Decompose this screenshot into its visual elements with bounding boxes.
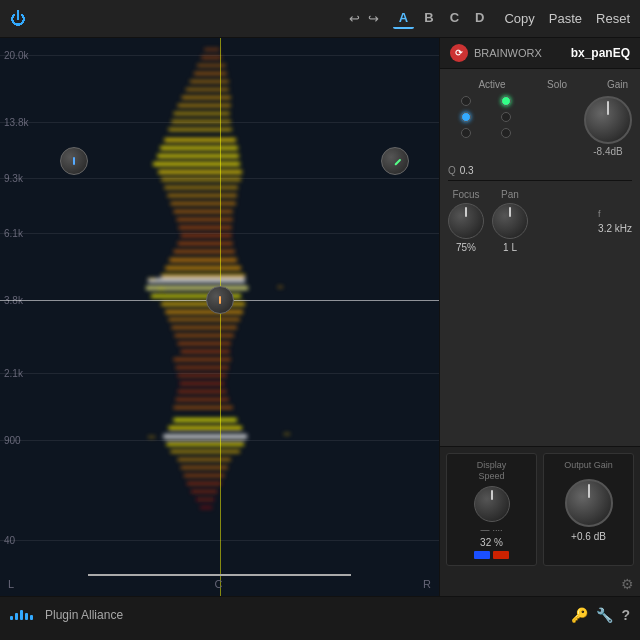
eq-band-highfreq-knob[interactable] <box>60 147 88 175</box>
svg-rect-13 <box>157 154 239 158</box>
display-speed-box: DisplaySpeed — ···· 32 % <box>446 453 537 566</box>
output-gain-knob[interactable] <box>565 479 613 527</box>
pan-label: Pan <box>501 189 519 200</box>
focus-value: 75% <box>456 242 476 253</box>
svg-rect-26 <box>181 234 232 237</box>
gain-value: -8.4dB <box>593 146 622 157</box>
svg-rect-41 <box>163 434 247 439</box>
svg-rect-56 <box>196 498 214 501</box>
svg-rect-11 <box>164 138 235 142</box>
svg-rect-59 <box>278 286 283 288</box>
brand-logo: ⟳ <box>450 44 468 62</box>
logo-bar-1 <box>10 616 13 620</box>
preset-tab-b[interactable]: B <box>418 8 439 29</box>
band1-solo-led[interactable] <box>501 96 511 106</box>
help-icon[interactable]: ? <box>621 607 630 623</box>
svg-rect-61 <box>284 433 290 435</box>
svg-rect-14 <box>153 162 240 166</box>
bottom-bar: Plugin Alliance 🔑 🔧 ? <box>0 596 640 632</box>
svg-rect-20 <box>164 186 238 189</box>
svg-rect-49 <box>176 398 229 401</box>
svg-rect-19 <box>161 178 241 181</box>
power-button[interactable]: ⏻ <box>10 10 26 28</box>
band3-active-led[interactable] <box>461 128 471 138</box>
svg-rect-10 <box>168 128 231 131</box>
speed-indicator-red <box>493 551 509 559</box>
band2-active-led[interactable] <box>461 112 471 122</box>
svg-rect-18 <box>158 170 242 174</box>
freq-value: 3.2 kHz <box>598 223 632 234</box>
axis-label-center: C <box>215 578 223 590</box>
svg-rect-52 <box>181 466 228 469</box>
svg-rect-39 <box>174 418 237 422</box>
bottom-axis: L C R <box>0 578 439 590</box>
band3-solo-led[interactable] <box>501 128 511 138</box>
svg-rect-47 <box>180 382 225 385</box>
svg-rect-25 <box>179 226 232 229</box>
svg-rect-54 <box>187 482 222 485</box>
svg-rect-36 <box>175 334 234 337</box>
plugin-name: bx_panEQ <box>571 46 630 60</box>
svg-rect-29 <box>169 258 236 262</box>
logo-bar-4 <box>25 613 28 620</box>
svg-rect-12 <box>160 146 238 150</box>
company-name: Plugin Alliance <box>45 608 123 622</box>
svg-rect-22 <box>170 202 235 205</box>
svg-rect-44 <box>174 358 231 361</box>
preset-tab-d[interactable]: D <box>469 8 490 29</box>
eq-display: 20.0k 13.8k 9.3k 6.1k 3.8k 2.1k 900 40 <box>0 38 440 596</box>
eq-band-highfreq-right-knob[interactable] <box>381 147 409 175</box>
preset-tabs: A B C D <box>393 8 491 29</box>
svg-rect-40 <box>168 426 242 430</box>
output-gain-value: +0.6 dB <box>571 531 606 542</box>
svg-rect-7 <box>178 104 231 107</box>
paste-button[interactable]: Paste <box>549 11 582 26</box>
svg-rect-60 <box>148 278 156 280</box>
header-active: Active <box>452 79 532 90</box>
svg-rect-9 <box>172 120 231 123</box>
top-bar: ⏻ ↩ ↪ A B C D Copy Paste Reset <box>0 0 640 38</box>
display-speed-value: 32 % <box>480 537 503 548</box>
tool-icon[interactable]: 🔧 <box>596 607 613 623</box>
band1-active-led[interactable] <box>461 96 471 106</box>
settings-icon[interactable]: ⚙ <box>621 576 634 592</box>
preset-tab-c[interactable]: C <box>444 8 465 29</box>
right-panel: ⟳ BRAINWORX bx_panEQ Active Solo Gain <box>440 38 640 596</box>
speed-slow-label: — <box>480 525 489 535</box>
focus-group: Focus 75% <box>448 189 484 253</box>
display-speed-knob[interactable] <box>474 486 510 522</box>
svg-rect-57 <box>200 506 212 509</box>
eq-band-mid-knob[interactable] <box>206 286 234 314</box>
eq-controls: Active Solo Gain <box>440 69 640 446</box>
brand-name: BRAINWORX <box>474 47 542 59</box>
svg-rect-43 <box>170 450 239 453</box>
speed-indicator-blue <box>474 551 490 559</box>
lower-panel: DisplaySpeed — ···· 32 % Output Gain +0.… <box>440 446 640 572</box>
focus-knob[interactable] <box>448 203 484 239</box>
copy-button[interactable]: Copy <box>504 11 534 26</box>
preset-tab-a[interactable]: A <box>393 8 414 29</box>
freq-label-right: f <box>598 209 632 219</box>
svg-rect-24 <box>177 218 233 221</box>
header-gain: Gain <box>607 79 628 90</box>
key-icon[interactable]: 🔑 <box>571 607 588 623</box>
gain-knob[interactable] <box>584 96 632 144</box>
undo-button[interactable]: ↩ <box>349 11 360 26</box>
logo-bar-2 <box>15 613 18 620</box>
svg-rect-0 <box>204 48 219 51</box>
svg-rect-28 <box>174 250 235 253</box>
svg-rect-6 <box>182 96 231 99</box>
svg-rect-30 <box>165 266 241 270</box>
svg-rect-31 <box>161 274 245 278</box>
bottom-line <box>88 574 351 576</box>
svg-rect-15 <box>148 278 245 283</box>
reset-button[interactable]: Reset <box>596 11 630 26</box>
svg-rect-38 <box>181 350 230 353</box>
redo-button[interactable]: ↪ <box>368 11 379 26</box>
svg-rect-23 <box>174 210 233 213</box>
band2-solo-led[interactable] <box>501 112 511 122</box>
brand-header: ⟳ BRAINWORX bx_panEQ <box>440 38 640 69</box>
pan-knob[interactable] <box>492 203 528 239</box>
action-buttons: Copy Paste Reset <box>504 11 630 26</box>
svg-rect-45 <box>176 366 229 369</box>
